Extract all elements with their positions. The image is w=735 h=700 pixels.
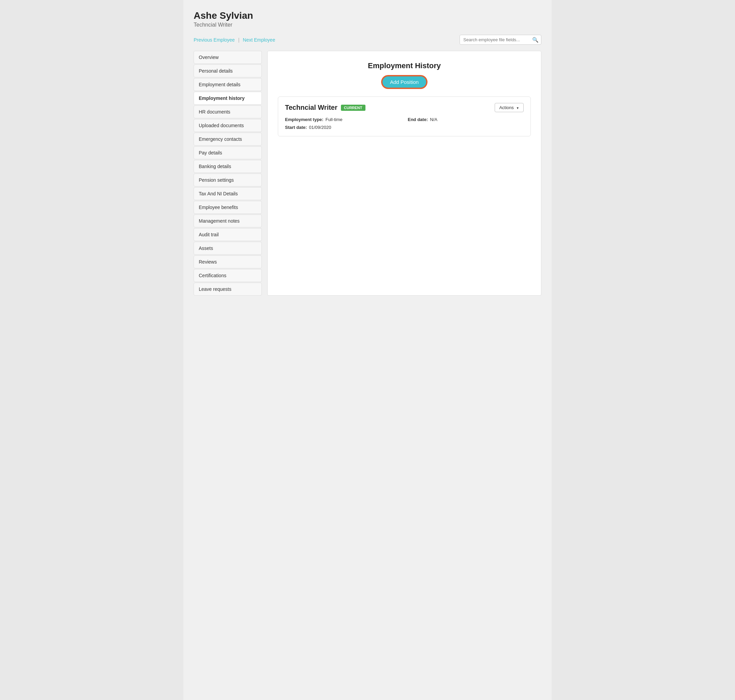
page-wrapper: Ashe Sylvian Techncial Writer Previous E… (184, 0, 551, 700)
position-card-header: Techncial Writer Current Actions (285, 103, 523, 112)
nav-divider: | (238, 37, 240, 43)
sidebar-item-pension-settings[interactable]: Pension settings (194, 174, 262, 187)
start-date-label: Start date: (285, 125, 307, 130)
employee-job-title: Techncial Writer (194, 22, 541, 28)
content-title: Employment History (278, 61, 531, 70)
position-card: Techncial Writer Current Actions Employm… (278, 97, 531, 137)
employment-type-row: Employment type: Full-time (285, 117, 401, 122)
sidebar-item-tax-ni-details[interactable]: Tax And NI Details (194, 187, 262, 200)
actions-button[interactable]: Actions (495, 103, 523, 112)
add-position-wrapper: Add Position (278, 76, 531, 88)
content-area: Employment History Add Position Techncia… (267, 51, 541, 296)
search-wrapper: 🔍 (460, 35, 541, 45)
sidebar-item-overview[interactable]: Overview (194, 51, 262, 64)
previous-employee-link[interactable]: Previous Employee (194, 37, 235, 43)
add-position-button[interactable]: Add Position (382, 76, 427, 88)
sidebar-item-certifications[interactable]: Certifications (194, 269, 262, 282)
sidebar-item-uploaded-documents[interactable]: Uploaded documents (194, 119, 262, 132)
search-input[interactable] (460, 35, 541, 45)
actions-label: Actions (499, 105, 514, 110)
start-date-value: 01/09/2020 (309, 125, 331, 130)
next-employee-link[interactable]: Next Employee (243, 37, 275, 43)
main-layout: Overview Personal details Employment det… (194, 51, 541, 296)
sidebar-item-management-notes[interactable]: Management notes (194, 215, 262, 227)
sidebar-item-assets[interactable]: Assets (194, 242, 262, 255)
sidebar-item-hr-documents[interactable]: HR documents (194, 105, 262, 118)
current-badge: Current (341, 105, 366, 111)
end-date-label: End date: (408, 117, 428, 122)
end-date-value: N/A (430, 117, 437, 122)
sidebar-item-pay-details[interactable]: Pay details (194, 146, 262, 159)
start-date-row: Start date: 01/09/2020 (285, 125, 401, 130)
sidebar-item-personal-details[interactable]: Personal details (194, 65, 262, 77)
sidebar-item-employment-history[interactable]: Employment history (194, 92, 262, 105)
sidebar-item-employment-details[interactable]: Employment details (194, 78, 262, 91)
sidebar-item-leave-requests[interactable]: Leave requests (194, 283, 262, 296)
chevron-down-icon (515, 105, 519, 110)
sidebar-item-banking-details[interactable]: Banking details (194, 160, 262, 173)
nav-bar: Previous Employee | Next Employee 🔍 (194, 35, 541, 45)
sidebar: Overview Personal details Employment det… (194, 51, 262, 296)
search-button[interactable]: 🔍 (532, 37, 539, 43)
employee-name: Ashe Sylvian (194, 10, 541, 21)
employment-type-value: Full-time (326, 117, 343, 122)
position-details: Employment type: Full-time End date: N/A… (285, 117, 523, 130)
position-title: Techncial Writer (285, 104, 338, 112)
sidebar-item-reviews[interactable]: Reviews (194, 255, 262, 268)
sidebar-item-audit-trail[interactable]: Audit trail (194, 228, 262, 241)
sidebar-item-emergency-contacts[interactable]: Emergency contacts (194, 132, 262, 146)
end-date-row: End date: N/A (408, 117, 523, 122)
employee-header: Ashe Sylvian Techncial Writer (194, 10, 541, 28)
sidebar-item-employee-benefits[interactable]: Employee benefits (194, 201, 262, 214)
position-title-row: Techncial Writer Current (285, 104, 366, 112)
employment-type-label: Employment type: (285, 117, 323, 122)
